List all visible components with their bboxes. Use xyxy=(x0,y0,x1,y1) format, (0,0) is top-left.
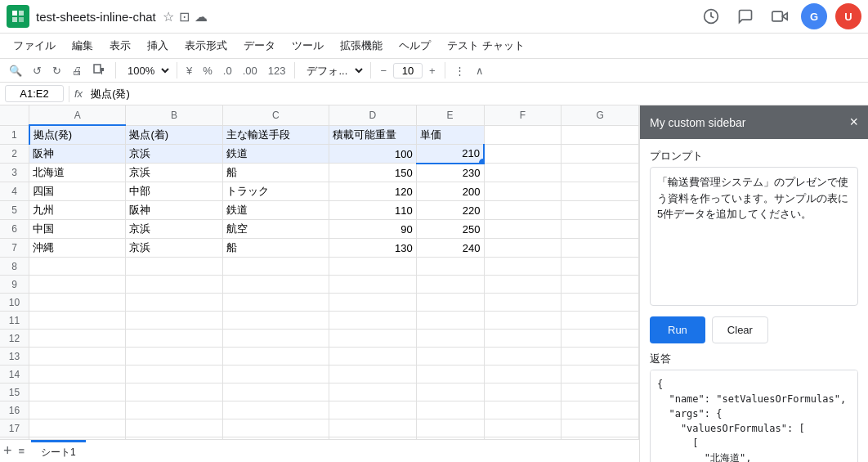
cell-3-D[interactable]: 150 xyxy=(329,164,417,182)
cell-6-G[interactable] xyxy=(562,220,639,239)
cell-4-G[interactable] xyxy=(562,182,639,201)
cell-7-C[interactable]: 船 xyxy=(222,239,329,258)
cell-11-C[interactable] xyxy=(222,312,329,330)
font-family-select[interactable]: デフォ... xyxy=(300,62,365,79)
cell-1-B[interactable]: 拠点(着) xyxy=(126,125,222,145)
cell-10-C[interactable] xyxy=(222,294,329,312)
cell-1-A[interactable]: 拠点(発) xyxy=(29,125,126,145)
paint-format-button[interactable] xyxy=(89,61,110,79)
folder-icon[interactable]: ⊡ xyxy=(179,9,190,25)
col-header-c[interactable]: C xyxy=(222,105,329,125)
cell-11-E[interactable] xyxy=(416,312,484,330)
cell-2-D[interactable]: 100 xyxy=(329,145,417,164)
font-size-input[interactable] xyxy=(393,63,423,78)
cell-11-D[interactable] xyxy=(329,312,417,330)
cell-9-E[interactable] xyxy=(416,276,484,294)
cell-16-F[interactable] xyxy=(484,401,562,419)
clear-button[interactable]: Clear xyxy=(712,316,768,343)
cell-8-B[interactable] xyxy=(126,258,222,276)
cell-8-D[interactable] xyxy=(329,258,417,276)
cell-17-A[interactable] xyxy=(29,419,126,437)
cell-15-E[interactable] xyxy=(416,384,484,401)
cell-9-A[interactable] xyxy=(29,276,126,294)
cell-10-A[interactable] xyxy=(29,294,126,312)
cell-5-C[interactable]: 鉄道 xyxy=(222,201,329,220)
col-header-a[interactable]: A xyxy=(29,105,126,125)
cell-2-F[interactable] xyxy=(484,145,562,164)
history-icon[interactable] xyxy=(698,3,724,29)
run-button[interactable]: Run xyxy=(650,316,705,343)
cell-9-F[interactable] xyxy=(484,276,562,294)
prompt-textarea[interactable]: 「輸送費管理システム」のプレゼンで使う資料を作っています。サンプルの表に5件デー… xyxy=(650,167,858,306)
cell-14-D[interactable] xyxy=(329,366,417,384)
more-options-button[interactable]: ⋮ xyxy=(450,62,469,79)
cell-12-C[interactable] xyxy=(222,330,329,348)
cell-7-D[interactable]: 130 xyxy=(329,239,417,258)
cell-8-A[interactable] xyxy=(29,258,126,276)
cell-14-A[interactable] xyxy=(29,366,126,384)
cell-3-A[interactable]: 北海道 xyxy=(29,164,126,182)
menu-test-chat[interactable]: テスト チャット xyxy=(441,35,531,56)
menu-file[interactable]: ファイル xyxy=(7,35,62,56)
currency-button[interactable]: ¥ xyxy=(182,62,196,79)
cell-7-B[interactable]: 京浜 xyxy=(126,239,222,258)
menu-extensions[interactable]: 拡張機能 xyxy=(333,35,389,56)
cell-1-D[interactable]: 積載可能重量 xyxy=(329,125,417,145)
decimal-increase-button[interactable]: .00 xyxy=(239,62,262,79)
col-header-e[interactable]: E xyxy=(416,105,484,125)
cell-5-E[interactable]: 220 xyxy=(416,201,484,220)
cell-14-F[interactable] xyxy=(484,366,562,384)
cell-17-F[interactable] xyxy=(484,419,562,437)
col-header-d[interactable]: D xyxy=(329,105,417,125)
cell-15-D[interactable] xyxy=(329,384,417,401)
cell-15-G[interactable] xyxy=(562,384,639,401)
search-button[interactable]: 🔍 xyxy=(5,62,26,79)
cell-12-G[interactable] xyxy=(562,330,639,348)
cell-7-F[interactable] xyxy=(484,239,562,258)
format123-button[interactable]: 123 xyxy=(264,62,290,79)
cell-3-E[interactable]: 230 xyxy=(416,164,484,182)
cell-14-B[interactable] xyxy=(126,366,222,384)
cell-9-C[interactable] xyxy=(222,276,329,294)
cell-10-E[interactable] xyxy=(416,294,484,312)
cell-6-F[interactable] xyxy=(484,220,562,239)
cell-5-F[interactable] xyxy=(484,201,562,220)
cell-6-E[interactable]: 250 xyxy=(416,220,484,239)
cell-2-C[interactable]: 鉄道 xyxy=(222,145,329,164)
cell-13-B[interactable] xyxy=(126,348,222,366)
zoom-select[interactable]: 100% 75% 50% 125% xyxy=(121,62,172,79)
cell-16-C[interactable] xyxy=(222,401,329,419)
cell-13-E[interactable] xyxy=(416,348,484,366)
menu-insert[interactable]: 挿入 xyxy=(141,35,175,56)
cell-13-G[interactable] xyxy=(562,348,639,366)
cell-4-B[interactable]: 中部 xyxy=(126,182,222,201)
col-header-f[interactable]: F xyxy=(484,105,562,125)
cell-reference-input[interactable] xyxy=(5,85,64,102)
cell-12-F[interactable] xyxy=(484,330,562,348)
sheet-tab-1[interactable]: シート1 xyxy=(31,440,86,463)
cell-8-C[interactable] xyxy=(222,258,329,276)
menu-view[interactable]: 表示 xyxy=(103,35,137,56)
cell-2-G[interactable] xyxy=(562,145,639,164)
menu-edit[interactable]: 編集 xyxy=(65,35,100,56)
menu-format[interactable]: 表示形式 xyxy=(178,35,234,56)
cell-8-F[interactable] xyxy=(484,258,562,276)
sidebar-close-button[interactable]: × xyxy=(849,114,858,131)
cell-17-D[interactable] xyxy=(329,419,417,437)
cell-14-E[interactable] xyxy=(416,366,484,384)
cell-4-F[interactable] xyxy=(484,182,562,201)
cell-5-G[interactable] xyxy=(562,201,639,220)
cell-15-F[interactable] xyxy=(484,384,562,401)
font-size-decrease-button[interactable]: − xyxy=(376,62,391,79)
cell-12-D[interactable] xyxy=(329,330,417,348)
cell-1-C[interactable]: 主な輸送手段 xyxy=(222,125,329,145)
cell-5-A[interactable]: 九州 xyxy=(29,201,126,220)
avatar-user1[interactable]: G xyxy=(801,3,827,29)
cell-2-A[interactable]: 阪神 xyxy=(29,145,126,164)
cell-3-C[interactable]: 船 xyxy=(222,164,329,182)
sheet-table-wrapper[interactable]: A B C D E F G 1拠点(発)拠点(着)主な輸送手段積載可能重量単価2… xyxy=(0,105,639,439)
decimal-decrease-button[interactable]: .0 xyxy=(219,62,236,79)
cell-5-D[interactable]: 110 xyxy=(329,201,417,220)
cell-16-B[interactable] xyxy=(126,401,222,419)
cell-17-E[interactable] xyxy=(416,419,484,437)
